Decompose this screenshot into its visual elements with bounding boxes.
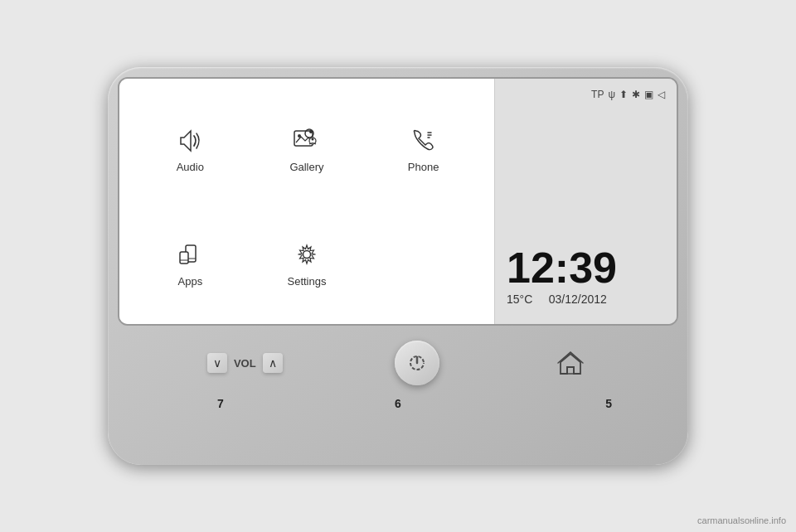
svg-rect-8 bbox=[180, 252, 188, 264]
app-settings[interactable]: Settings bbox=[253, 210, 362, 316]
power-icon bbox=[408, 354, 426, 372]
home-icon bbox=[556, 349, 585, 377]
vol-up-button[interactable]: ∧ bbox=[263, 353, 283, 373]
label-6: 6 bbox=[395, 397, 401, 410]
screen: Audio Gallery bbox=[118, 77, 678, 326]
audio-icon bbox=[174, 124, 206, 156]
vol-down-button[interactable]: ∨ bbox=[207, 353, 227, 373]
settings-label: Settings bbox=[288, 275, 327, 288]
info-panel: TP ψ ⬆ ✱ ▣ ◁ 12:39 15°C 03/12/2012 bbox=[494, 79, 677, 324]
status-battery: ▣ bbox=[644, 89, 653, 100]
svg-point-10 bbox=[303, 250, 310, 258]
status-bt: ✱ bbox=[632, 89, 640, 100]
temperature: 15°C bbox=[507, 293, 532, 306]
settings-icon bbox=[291, 239, 323, 270]
status-tp: TP bbox=[591, 89, 604, 100]
gallery-icon bbox=[291, 124, 323, 156]
apps-icon bbox=[174, 239, 206, 270]
svg-point-2 bbox=[309, 130, 313, 133]
svg-point-3 bbox=[298, 134, 301, 138]
volume-control: ∨ VOL ∧ bbox=[207, 353, 283, 373]
phone-icon bbox=[408, 124, 439, 156]
status-volume: ◁ bbox=[658, 89, 665, 100]
clock-info: 15°C 03/12/2012 bbox=[507, 293, 665, 306]
app-gallery[interactable]: Gallery bbox=[253, 95, 362, 201]
watermark: carmanualsонline.info bbox=[697, 515, 786, 525]
vol-down-icon: ∨ bbox=[213, 356, 221, 370]
vol-up-icon: ∧ bbox=[269, 356, 277, 370]
home-button[interactable] bbox=[552, 345, 589, 381]
device-bezel: 2 3 1 4 Audio bbox=[108, 67, 688, 465]
app-phone[interactable]: Phone bbox=[369, 95, 478, 201]
app-apps[interactable]: Apps bbox=[136, 210, 245, 316]
apps-label: Apps bbox=[178, 275, 203, 288]
clock-time: 12:39 bbox=[507, 246, 665, 289]
app-audio[interactable]: Audio bbox=[136, 95, 245, 201]
power-button[interactable] bbox=[395, 341, 439, 385]
clock-area: 12:39 15°C 03/12/2012 bbox=[507, 246, 665, 314]
vol-label: VOL bbox=[234, 357, 256, 370]
label-7: 7 bbox=[217, 397, 224, 410]
audio-label: Audio bbox=[177, 161, 204, 173]
date: 03/12/2012 bbox=[549, 293, 607, 306]
svg-point-5 bbox=[311, 138, 313, 140]
gallery-label: Gallery bbox=[289, 161, 323, 173]
label-5: 5 bbox=[605, 397, 612, 410]
svg-rect-13 bbox=[567, 367, 574, 374]
bottom-controls: ∨ VOL ∧ 7 6 5 bbox=[118, 326, 678, 394]
status-signal: ψ bbox=[608, 89, 615, 100]
app-grid: Audio Gallery bbox=[119, 79, 494, 324]
phone-label: Phone bbox=[408, 161, 439, 173]
status-bar: TP ψ ⬆ ✱ ▣ ◁ bbox=[507, 89, 665, 100]
status-data: ⬆ bbox=[619, 89, 628, 100]
